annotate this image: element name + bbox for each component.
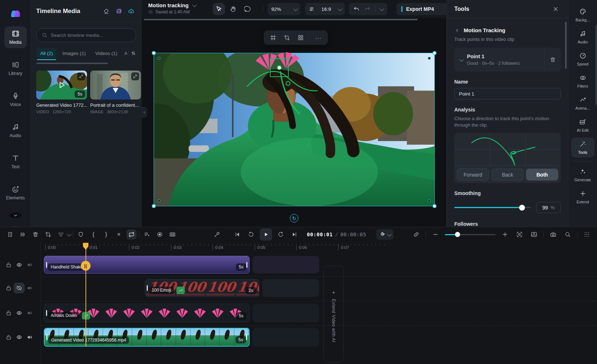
rail-item-extend[interactable]: Extend: [571, 187, 594, 207]
comment-tool-button[interactable]: [242, 3, 254, 15]
panel-collapse-handle[interactable]: ‹: [142, 107, 147, 118]
resize-handle-top-left[interactable]: [152, 51, 156, 55]
track-forward-button[interactable]: Forward: [457, 169, 489, 181]
playhead-split-badge[interactable]: ][: [81, 261, 91, 271]
smoothing-value-box[interactable]: 99%: [536, 202, 561, 213]
visibility-off-toggle[interactable]: [14, 283, 25, 293]
in-point-button[interactable]: {: [88, 229, 99, 240]
resize-handle-bottom-right[interactable]: [433, 204, 437, 208]
inner-handle-top-left[interactable]: [158, 57, 160, 60]
inner-handle-bottom-right[interactable]: [428, 199, 431, 202]
expand-media-button[interactable]: [131, 72, 139, 80]
sidebar-item-text[interactable]: Text: [4, 151, 27, 173]
fit-timeline-button[interactable]: [514, 229, 525, 240]
lock-open-icon[interactable]: [5, 285, 12, 291]
sidebar-item-audio[interactable]: Audio: [4, 120, 27, 141]
rail-item-tools[interactable]: Tools: [571, 137, 594, 157]
canvas-zoom-dropdown[interactable]: 92%: [268, 3, 300, 15]
grid-guides-button[interactable]: [268, 33, 278, 43]
crop-button[interactable]: [282, 33, 292, 43]
tools-panel-scrollbar[interactable]: [565, 22, 567, 69]
clip-trim-handle-right[interactable]: [246, 334, 247, 340]
redo-icon[interactable]: [364, 6, 371, 12]
clear-media-button[interactable]: [101, 6, 112, 16]
rail-item-animation[interactable]: Anima...: [571, 93, 594, 113]
eye-icon[interactable]: [16, 262, 22, 268]
rotate-handle[interactable]: ↻: [290, 214, 298, 223]
sort-media-button[interactable]: [130, 48, 136, 58]
snapping-dropdown[interactable]: [376, 229, 393, 240]
lock-open-icon[interactable]: [5, 262, 12, 268]
media-card-image[interactable]: Portrait of a confident... IMAGE3800×213…: [90, 71, 141, 114]
sidebar-item-library[interactable]: Library: [4, 58, 27, 79]
tab-audio-truncated[interactable]: A: [123, 48, 127, 59]
smoothing-slider[interactable]: [454, 207, 531, 208]
clip-generated-video[interactable]: Generated Video 1772934645956.mp4 5s: [44, 328, 250, 347]
marker-button[interactable]: [76, 229, 86, 240]
rail-item-generate[interactable]: Generate: [571, 165, 594, 185]
media-card-video[interactable]: 5s Generated Video 1772... VIDEO1280×720: [36, 71, 87, 114]
pan-tool-button[interactable]: [227, 3, 239, 15]
project-name-menu[interactable]: Motion tracking: [148, 2, 196, 8]
rewind-button[interactable]: [246, 229, 256, 240]
resize-handle-bottom-left[interactable]: [152, 204, 156, 208]
crop-clip-button[interactable]: [43, 229, 53, 240]
fast-forward-button[interactable]: [276, 229, 286, 240]
clip-trim-handle-left[interactable]: [46, 310, 47, 316]
playhead[interactable]: ][: [83, 243, 88, 362]
chevron-down-icon[interactable]: [67, 232, 72, 236]
link-clips-button[interactable]: [411, 229, 421, 240]
close-panel-button[interactable]: [551, 4, 561, 14]
extend-video-with-ai-button[interactable]: + Extend Video with AI: [323, 266, 344, 363]
clip-trim-handle-left[interactable]: [147, 285, 148, 291]
speaker-icon[interactable]: [26, 285, 33, 291]
eye-icon[interactable]: [16, 334, 22, 340]
app-logo[interactable]: [9, 7, 22, 20]
rail-item-ai-edit[interactable]: AI Edit: [571, 115, 594, 135]
group-clips-button[interactable]: [56, 229, 66, 240]
selected-video-clip[interactable]: ↻: [154, 53, 435, 206]
track-back-button[interactable]: Back: [492, 169, 524, 181]
tracking-point-card[interactable]: Point 1 Good · 0s–5s · 2 followers: [454, 48, 561, 72]
rail-item-background[interactable]: Backg...: [571, 5, 594, 25]
clip-handheld-shake[interactable]: Handheld Shake 5s: [44, 256, 250, 274]
timeline-search-button[interactable]: [563, 229, 573, 240]
rail-item-audio[interactable]: Audio: [571, 27, 594, 47]
eye-icon[interactable]: [16, 310, 22, 316]
inner-handle-bottom-left[interactable]: [158, 199, 160, 202]
zoom-out-button[interactable]: [430, 229, 441, 240]
timeline-ruler[interactable]: 0:00 0:01 0:02 0:03 0:04 0:05 0:06 0:07: [41, 244, 597, 253]
point-name-input[interactable]: [454, 88, 561, 100]
speaker-icon[interactable]: [26, 262, 33, 268]
clip-trim-handle-left[interactable]: [46, 334, 47, 340]
rail-scrollbar[interactable]: [596, 25, 597, 105]
apps-grid-button[interactable]: [582, 229, 592, 240]
record-button[interactable]: [155, 229, 165, 240]
media-search-input[interactable]: [51, 33, 131, 38]
zoom-slider-thumb[interactable]: [455, 232, 460, 237]
playhead-cap[interactable]: [83, 243, 88, 250]
loop-toggle-button[interactable]: [126, 229, 137, 240]
panel-layout-button[interactable]: [529, 229, 539, 240]
undo-icon[interactable]: [353, 6, 360, 12]
sidebar-collapse-button[interactable]: [9, 212, 22, 218]
clip-trim-handle-right[interactable]: [246, 262, 247, 268]
chevron-down-icon[interactable]: [380, 6, 384, 11]
back-button[interactable]: [454, 27, 460, 33]
canvas-horizontal-scrollbar[interactable]: [144, 19, 418, 20]
out-point-button[interactable]: }: [101, 229, 111, 240]
rail-item-speed[interactable]: Speed: [571, 49, 594, 69]
upload-media-button[interactable]: [126, 6, 136, 16]
chevron-down-icon[interactable]: [459, 57, 464, 62]
rail-item-filters[interactable]: Filters: [571, 71, 594, 91]
timeline-zoom-slider[interactable]: [445, 232, 496, 237]
tab-all[interactable]: All (2): [36, 48, 57, 59]
resize-handle-top-right[interactable]: [433, 51, 437, 55]
voiceover-button[interactable]: [212, 229, 222, 240]
captions-button[interactable]: [167, 229, 178, 240]
export-button[interactable]: Export MP4: [396, 3, 447, 15]
expand-media-button[interactable]: [77, 72, 85, 80]
add-media-button[interactable]: [114, 6, 124, 16]
tracking-point-marker[interactable]: [270, 58, 289, 77]
sidebar-item-elements[interactable]: Elements: [4, 182, 27, 204]
